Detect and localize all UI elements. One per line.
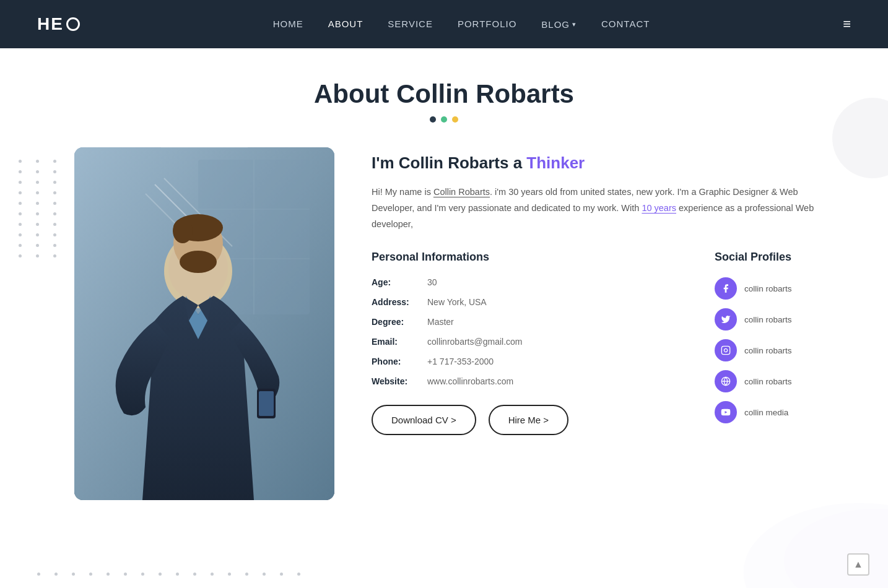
info-row-age: Age: 30 [372,277,690,287]
facebook-label: collin robarts [744,284,792,293]
years-highlight: 10 years [642,203,676,213]
label-address: Address: [372,297,427,307]
instagram-icon [715,339,737,361]
nav-item-blog[interactable]: BLOG ▾ [541,19,577,30]
youtube-icon [715,401,737,423]
dot-2 [441,116,447,123]
info-social-row: Personal Informations Age: 30 Address: N… [372,251,838,435]
profile-image-wrapper [74,147,334,500]
button-row: Download CV > Hire Me > [372,405,690,435]
youtube-label: collin media [744,408,788,417]
label-age: Age: [372,277,427,287]
nav-item-contact[interactable]: CONTACT [601,19,650,30]
label-email: Email: [372,337,427,347]
logo-circle-icon [66,17,80,31]
svg-rect-21 [259,391,274,416]
label-degree: Degree: [372,317,427,327]
page-content: About Collin Robarts [0,48,888,588]
twitter-label: collin robarts [744,315,792,324]
navbar: HE HOME ABOUT SERVICE PORTFOLIO BLOG ▾ C… [0,0,888,48]
svg-point-18 [173,218,193,243]
twitter-icon [715,308,737,331]
section-header: About Collin Robarts [0,48,888,135]
nav-item-service[interactable]: SERVICE [388,19,433,30]
instagram-label: collin robarts [744,346,792,355]
page-title: About Collin Robarts [0,79,888,109]
info-table: Age: 30 Address: New York, USA Degree: M… [372,277,690,386]
value-email: collinrobarts@gmail.com [427,337,522,347]
about-main: I'm Collin Robarts a Thinker Hi! My name… [0,135,888,537]
value-phone: +1 717-353-2000 [427,357,494,366]
label-website: Website: [372,376,427,386]
intro-text: Hi! My name is Collin Robarts. i'm 30 ye… [372,184,838,232]
label-phone: Phone: [372,357,427,366]
person-svg [74,147,334,500]
personal-info-section: Personal Informations Age: 30 Address: N… [372,251,690,435]
value-age: 30 [427,277,437,287]
facebook-icon [715,277,737,300]
info-row-degree: Degree: Master [372,317,690,327]
globe-icon [715,370,737,392]
social-item-globe[interactable]: collin robarts [715,370,838,392]
profile-image [74,147,334,500]
intro-heading: I'm Collin Robarts a Thinker [372,153,838,173]
info-row-email: Email: collinrobarts@gmail.com [372,337,690,347]
svg-rect-22 [721,347,729,355]
dots-bottom-decoration [37,573,307,576]
hamburger-icon[interactable]: ≡ [843,16,851,32]
name-link: Collin Robarts [433,187,490,197]
dot-1 [430,116,436,123]
about-right: I'm Collin Robarts a Thinker Hi! My name… [372,147,838,435]
info-row-phone: Phone: +1 717-353-2000 [372,357,690,366]
nav-item-home[interactable]: HOME [273,19,303,30]
social-profiles-title: Social Profiles [715,251,838,264]
section-dots [0,116,888,123]
value-degree: Master [427,317,454,327]
svg-point-19 [180,251,217,273]
download-cv-button[interactable]: Download CV > [372,405,476,435]
social-item-twitter[interactable]: collin robarts [715,308,838,331]
info-row-address: Address: New York, USA [372,297,690,307]
value-website: www.collinrobarts.com [427,376,513,386]
logo[interactable]: HE [37,14,80,34]
social-item-facebook[interactable]: collin robarts [715,277,838,300]
dot-3 [452,116,458,123]
nav-links: HOME ABOUT SERVICE PORTFOLIO BLOG ▾ CONT… [273,19,650,30]
hire-me-button[interactable]: Hire Me > [489,405,568,435]
social-item-instagram[interactable]: collin robarts [715,339,838,361]
personal-info-title: Personal Informations [372,251,690,264]
chevron-down-icon: ▾ [572,20,577,28]
globe-label: collin robarts [744,377,792,386]
info-row-website: Website: www.collinrobarts.com [372,376,690,386]
scroll-up-button[interactable]: ▲ [847,553,869,576]
value-address: New York, USA [427,297,487,307]
nav-item-about[interactable]: ABOUT [328,19,363,30]
social-profiles-section: Social Profiles collin robarts collin ro… [715,251,838,432]
social-item-youtube[interactable]: collin media [715,401,838,423]
nav-item-portfolio[interactable]: PORTFOLIO [458,19,516,30]
